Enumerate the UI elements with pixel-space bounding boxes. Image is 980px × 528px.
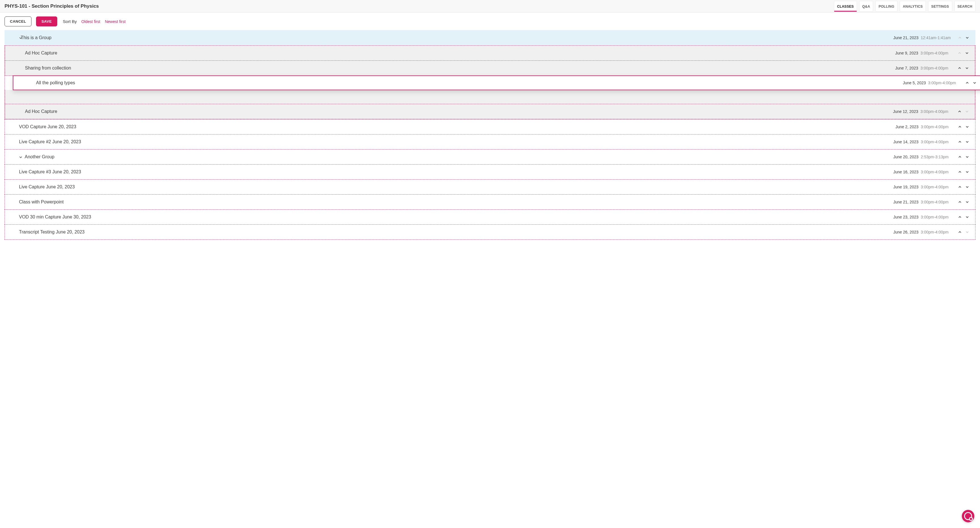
- row-date: June 9, 2023: [895, 51, 918, 55]
- tab-search[interactable]: SEARCH: [955, 1, 975, 12]
- sort-newest-link[interactable]: Newest first: [105, 19, 126, 24]
- reorder-controls: [958, 200, 969, 204]
- row-title: VOD 30 min Capture June 30, 2023: [19, 214, 893, 220]
- move-down-icon[interactable]: [965, 185, 969, 189]
- reorder-controls: [958, 140, 969, 144]
- list-row[interactable]: VOD 30 min Capture June 30, 2023June 23,…: [5, 209, 975, 225]
- move-up-icon[interactable]: [958, 140, 962, 144]
- reorder-controls: [965, 81, 977, 85]
- row-title: This is a Group: [21, 35, 893, 40]
- list-row[interactable]: Live Capture #2 June 20, 2023June 14, 20…: [5, 134, 975, 150]
- row-time: 3:00pm-4:00pm: [920, 109, 951, 114]
- group-container: Ad Hoc CaptureJune 9, 20233:00pm-4:00pmS…: [5, 45, 975, 120]
- row-time: 3:00pm-4:00pm: [921, 230, 952, 234]
- save-button[interactable]: SAVE: [36, 16, 57, 26]
- row-title: All the polling types: [36, 80, 903, 85]
- move-up-icon: [957, 51, 962, 55]
- reorder-controls: [958, 215, 969, 219]
- row-title: Another Group: [25, 154, 893, 160]
- tab-qa[interactable]: Q&A: [859, 1, 873, 12]
- chevron-down-icon[interactable]: [19, 155, 23, 159]
- row-title: Ad Hoc Capture: [25, 109, 893, 114]
- move-down-icon[interactable]: [965, 35, 969, 40]
- row-date: June 20, 2023: [893, 155, 918, 159]
- reorder-controls: [958, 155, 969, 159]
- move-up-icon[interactable]: [958, 124, 962, 129]
- row-time: 3:00pm-4:00pm: [921, 215, 952, 219]
- move-down-icon[interactable]: [965, 215, 969, 219]
- list-row[interactable]: Transcript Testing June 20, 2023June 26,…: [5, 225, 975, 240]
- sort-oldest-link[interactable]: Oldest first: [81, 19, 100, 24]
- row-date: June 16, 2023: [893, 170, 918, 174]
- move-down-icon[interactable]: [965, 51, 969, 55]
- group-header-row[interactable]: This is a GroupJune 21, 202312:41am-1:41…: [5, 30, 975, 45]
- move-up-icon[interactable]: [958, 185, 962, 189]
- move-down-icon[interactable]: [965, 140, 969, 144]
- list-row[interactable]: VOD Capture June 20, 2023June 2, 20233:0…: [5, 119, 975, 134]
- move-down-icon[interactable]: [965, 124, 969, 129]
- row-time: 3:00pm-4:00pm: [921, 140, 952, 144]
- chevron-down-icon[interactable]: [19, 36, 23, 40]
- move-down-icon[interactable]: [965, 155, 969, 159]
- header: PHYS-101 - Section Principles of Physics…: [0, 0, 980, 13]
- list-row[interactable]: All the polling typesJune 5, 20233:00pm-…: [13, 75, 980, 90]
- list-row[interactable]: Sharing from collectionJune 7, 20233:00p…: [5, 61, 975, 76]
- move-up-icon[interactable]: [957, 109, 962, 114]
- row-title: Transcript Testing June 20, 2023: [19, 230, 893, 234]
- row-date: June 12, 2023: [893, 109, 918, 114]
- row-date: June 19, 2023: [893, 185, 918, 189]
- row-time: 2:53pm-3:13pm: [921, 155, 952, 159]
- move-up-icon[interactable]: [965, 81, 969, 85]
- reorder-controls: [957, 109, 969, 114]
- list-row[interactable]: Another GroupJune 20, 20232:53pm-3:13pm: [5, 149, 975, 164]
- row-date: June 2, 2023: [896, 124, 918, 129]
- tab-polling[interactable]: POLLING: [875, 1, 897, 12]
- tab-analytics[interactable]: ANALYTICS: [900, 1, 926, 12]
- row-time: 3:00pm-4:00pm: [928, 81, 959, 85]
- row-time: 3:00pm-4:00pm: [921, 170, 952, 174]
- tab-settings[interactable]: SETTINGS: [928, 1, 952, 12]
- row-date: June 14, 2023: [893, 140, 918, 144]
- list-row[interactable]: Class with PowerpointJune 21, 20233:00pm…: [5, 195, 975, 210]
- move-down-icon[interactable]: [965, 200, 969, 204]
- row-time: 3:00pm-4:00pm: [921, 200, 952, 204]
- move-up-icon[interactable]: [957, 66, 962, 70]
- move-up-icon[interactable]: [958, 170, 962, 174]
- row-title: Live Capture #3 June 20, 2023: [19, 169, 893, 174]
- tab-classes[interactable]: CLASSES: [834, 1, 857, 12]
- nav-tabs: CLASSES Q&A POLLING ANALYTICS SETTINGS S…: [834, 1, 975, 12]
- reorder-controls: [957, 51, 969, 55]
- toolbar: CANCEL SAVE Sort By Oldest first Newest …: [0, 13, 980, 30]
- move-down-icon: [965, 109, 969, 114]
- row-date: June 26, 2023: [893, 230, 918, 234]
- row-date: June 23, 2023: [893, 215, 918, 219]
- reorder-controls: [958, 230, 969, 234]
- row-time: 3:00pm-4:00pm: [920, 51, 951, 55]
- move-up-icon[interactable]: [958, 230, 962, 234]
- move-up-icon[interactable]: [958, 155, 962, 159]
- list-row[interactable]: Ad Hoc CaptureJune 12, 20233:00pm-4:00pm: [5, 104, 975, 119]
- move-down-icon[interactable]: [965, 66, 969, 70]
- row-title: Ad Hoc Capture: [25, 51, 895, 56]
- move-down-icon[interactable]: [972, 81, 977, 85]
- row-date: June 5, 2023: [903, 81, 926, 85]
- row-title: VOD Capture June 20, 2023: [19, 124, 896, 129]
- row-date: June 7, 2023: [895, 66, 918, 70]
- cancel-button[interactable]: CANCEL: [5, 16, 32, 26]
- list-row[interactable]: Live Capture June 20, 2023June 19, 20233…: [5, 179, 975, 195]
- move-up-icon: [958, 35, 962, 40]
- sortby-label: Sort By: [63, 19, 77, 24]
- move-up-icon[interactable]: [958, 200, 962, 204]
- drop-spacer: [5, 90, 975, 104]
- reorder-controls: [958, 35, 969, 40]
- class-list: This is a GroupJune 21, 202312:41am-1:41…: [0, 30, 980, 251]
- row-title: Class with Powerpoint: [19, 199, 893, 204]
- list-row[interactable]: Ad Hoc CaptureJune 9, 20233:00pm-4:00pm: [5, 45, 975, 61]
- row-title: Live Capture #2 June 20, 2023: [19, 139, 893, 144]
- row-title: Live Capture June 20, 2023: [19, 184, 893, 190]
- reorder-controls: [958, 124, 969, 129]
- list-row[interactable]: Live Capture #3 June 20, 2023June 16, 20…: [5, 164, 975, 180]
- move-down-icon[interactable]: [965, 170, 969, 174]
- page-title: PHYS-101 - Section Principles of Physics: [5, 3, 99, 9]
- move-up-icon[interactable]: [958, 215, 962, 219]
